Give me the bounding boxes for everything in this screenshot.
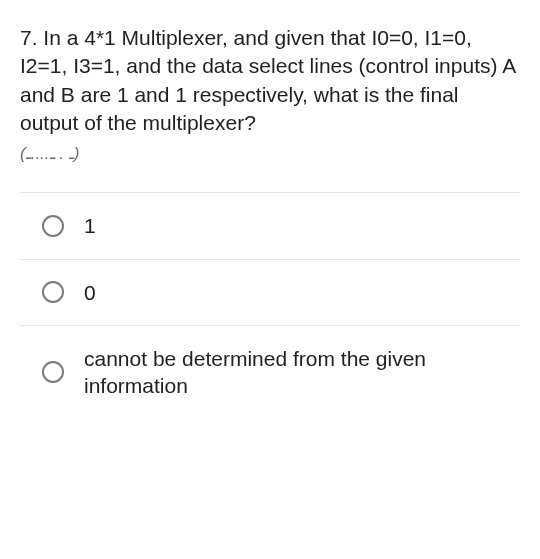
option-label: cannot be determined from the given info… (84, 345, 506, 400)
question-text: 7. In a 4*1 Multiplexer, and given that … (20, 24, 520, 137)
option-label: 1 (84, 212, 96, 239)
question-container: 7. In a 4*1 Multiplexer, and given that … (0, 0, 540, 439)
option-row[interactable]: cannot be determined from the given info… (20, 326, 520, 419)
radio-icon[interactable] (42, 215, 64, 237)
radio-icon[interactable] (42, 361, 64, 383)
radio-icon[interactable] (42, 281, 64, 303)
option-row[interactable]: 0 (20, 260, 520, 326)
option-label: 0 (84, 279, 96, 306)
options-list: 1 0 cannot be determined from the given … (20, 192, 520, 418)
option-row[interactable]: 1 (20, 193, 520, 259)
sub-text: (ـ . ـ....ـ) (20, 143, 520, 164)
